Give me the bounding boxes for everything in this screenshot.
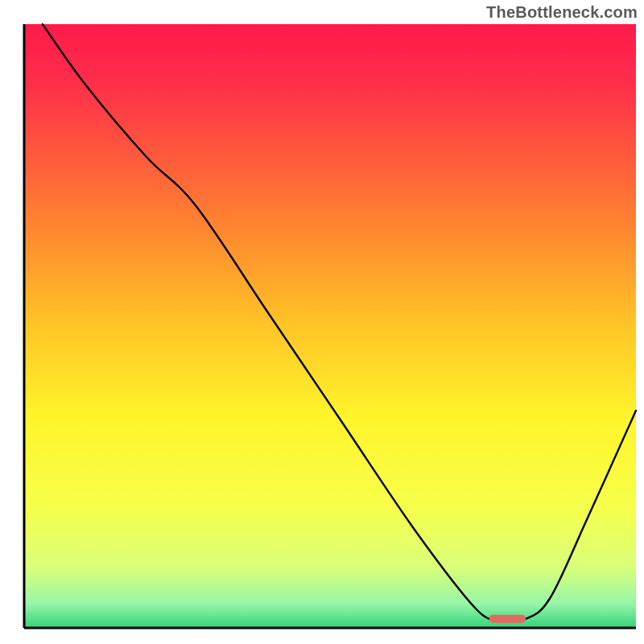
watermark-text: TheBottleneck.com bbox=[486, 3, 638, 22]
chart-background-gradient bbox=[24, 24, 636, 628]
optimal-range-marker bbox=[489, 615, 526, 623]
bottleneck-chart bbox=[0, 0, 644, 644]
chart-container: TheBottleneck.com bbox=[0, 0, 644, 644]
